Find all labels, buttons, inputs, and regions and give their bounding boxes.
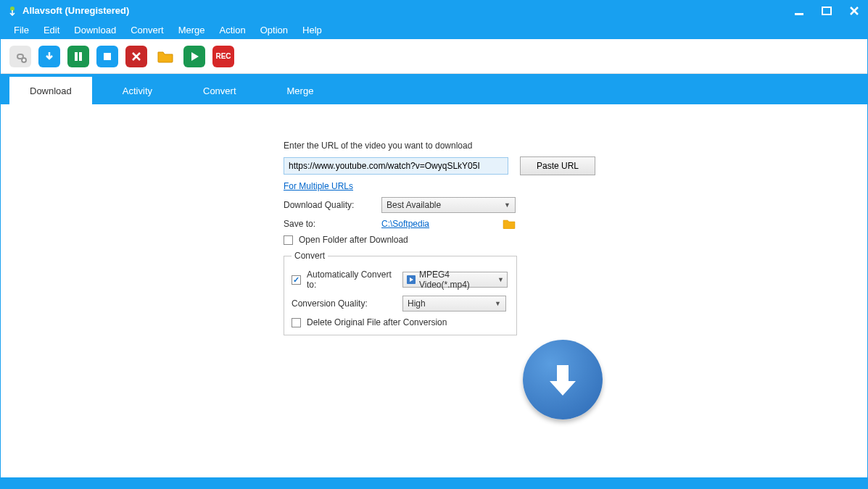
tab-strip: Download Activity Convert Merge	[1, 74, 867, 104]
app-icon	[7, 5, 18, 17]
chevron-down-icon: ▼	[497, 276, 504, 283]
convert-group: Convert Automatically Convert to: MPEG4 …	[284, 251, 517, 335]
title-bar: Allavsoft (Unregistered)	[1, 1, 867, 20]
conv-quality-value: High	[408, 298, 426, 309]
open-folder-checkbox[interactable]	[284, 235, 293, 245]
svg-rect-4	[75, 52, 78, 61]
svg-rect-5	[79, 52, 82, 61]
menu-convert[interactable]: Convert	[125, 22, 170, 38]
svg-rect-2	[822, 7, 831, 14]
folder-icon[interactable]	[154, 46, 176, 67]
quality-dropdown[interactable]: Best Available ▼	[381, 197, 516, 213]
chevron-down-icon: ▼	[504, 201, 511, 209]
close-button[interactable]	[847, 4, 861, 18]
content-panel: Enter the URL of the video you want to d…	[1, 104, 867, 477]
saveto-path-link[interactable]: C:\Softpedia	[381, 219, 429, 229]
open-folder-label: Open Folder after Download	[299, 235, 408, 245]
svg-rect-6	[104, 53, 111, 60]
window-title: Allavsoft (Unregistered)	[22, 5, 792, 16]
format-value: MPEG4 Video(*.mp4)	[419, 269, 497, 290]
conv-quality-label: Conversion Quality:	[292, 298, 402, 309]
play-icon[interactable]	[183, 46, 205, 67]
url-label: Enter the URL of the video you want to d…	[284, 141, 472, 151]
download-icon[interactable]	[38, 46, 60, 67]
url-input[interactable]	[284, 157, 508, 175]
tab-merge[interactable]: Merge	[267, 77, 334, 104]
svg-rect-1	[795, 13, 803, 15]
link-icon[interactable]	[9, 46, 31, 67]
menu-help[interactable]: Help	[297, 22, 328, 38]
quality-value: Best Available	[387, 200, 441, 210]
download-arrow-icon	[541, 358, 584, 401]
menu-file[interactable]: File	[8, 22, 35, 38]
convert-legend: Convert	[292, 251, 328, 261]
chevron-down-icon: ▼	[495, 300, 501, 307]
format-dropdown[interactable]: MPEG4 Video(*.mp4) ▼	[402, 272, 508, 288]
download-button[interactable]	[523, 340, 603, 419]
toolbar: REC	[1, 39, 867, 74]
menu-option[interactable]: Option	[255, 22, 294, 38]
remove-icon[interactable]	[125, 46, 147, 67]
auto-convert-checkbox[interactable]	[292, 275, 301, 285]
stop-icon[interactable]	[96, 46, 118, 67]
paste-url-button[interactable]: Paste URL	[520, 156, 595, 175]
tab-convert[interactable]: Convert	[183, 77, 257, 104]
status-bar	[1, 477, 867, 489]
video-file-icon	[406, 275, 416, 285]
menu-edit[interactable]: Edit	[38, 22, 65, 38]
delete-original-label: Delete Original File after Conversion	[307, 317, 447, 327]
saveto-label: Save to:	[284, 219, 381, 229]
menu-bar: File Edit Download Convert Merge Action …	[1, 20, 867, 39]
tab-download[interactable]: Download	[9, 77, 92, 104]
menu-download[interactable]: Download	[68, 22, 122, 38]
menu-merge[interactable]: Merge	[173, 22, 211, 38]
record-button[interactable]: REC	[212, 46, 234, 67]
record-label: REC	[215, 52, 231, 60]
minimize-button[interactable]	[792, 4, 806, 18]
tab-activity[interactable]: Activity	[102, 77, 173, 104]
maximize-button[interactable]	[819, 4, 834, 18]
auto-convert-label: Automatically Convert to:	[307, 269, 402, 290]
browse-folder-icon[interactable]	[503, 219, 516, 229]
quality-label: Download Quality:	[284, 200, 381, 210]
multiple-urls-link[interactable]: For Multiple URLs	[284, 181, 353, 191]
delete-original-checkbox[interactable]	[292, 318, 301, 327]
pause-icon[interactable]	[67, 46, 89, 67]
conv-quality-dropdown[interactable]: High ▼	[402, 296, 506, 312]
menu-action[interactable]: Action	[214, 22, 252, 38]
